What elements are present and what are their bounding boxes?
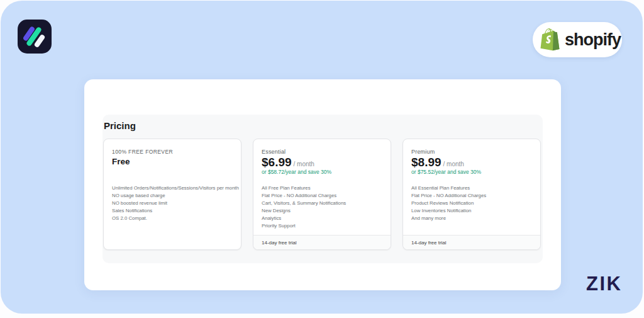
plan-period: / month: [294, 161, 314, 168]
plan-price: $8.99: [411, 156, 441, 169]
plan-price-row: Free: [112, 156, 130, 167]
plan-feature-list: All Free Plan FeaturesFlat Price - NO Ad…: [262, 185, 387, 230]
plan-yearly-note: or $58.72/year and save 30%: [262, 169, 331, 175]
plan-feature: OS 2.0 Compat.: [112, 215, 237, 222]
plan-feature: All Essential Plan Features: [411, 185, 536, 192]
plan-feature: All Free Plan Features: [262, 185, 387, 192]
plan-feature: Flat Price - NO Additional Charges: [262, 192, 387, 200]
plan-card[interactable]: Premium$8.99/ monthor $75.52/year and sa…: [402, 139, 541, 250]
trial-footer[interactable]: 14-day free trial: [403, 235, 540, 249]
plan-card[interactable]: 100% FREE FOREVERFreeUnlimited Orders/No…: [103, 139, 242, 250]
plan-feature-list: All Essential Plan FeaturesFlat Price - …: [411, 185, 536, 222]
plan-label: Premium: [411, 149, 435, 155]
shopify-bag-icon: [540, 28, 560, 52]
plan-feature: And many more: [411, 215, 536, 222]
plan-feature: NO boosted revenue limit: [112, 200, 237, 207]
trial-footer[interactable]: 14-day free trial: [253, 235, 391, 249]
plan-label: Essential: [262, 149, 286, 155]
plan-price-row: $6.99/ month: [262, 156, 314, 169]
shopify-wordmark: shopify: [565, 30, 621, 50]
plan-feature: Cart, Visitors, & Summary Notifications: [262, 200, 387, 207]
plan-feature: Flat Price - NO Additional Charges: [411, 192, 536, 200]
plan-feature: New Designs: [262, 207, 387, 215]
pricing-title: Pricing: [104, 120, 136, 131]
plan-feature: Unlimited Orders/Notifications/Sessions/…: [112, 185, 237, 192]
plan-price-row: $8.99/ month: [411, 156, 464, 169]
zik-wordmark: ZIK: [586, 273, 622, 295]
banner-background: shopify Pricing 100% FREE FOREVERFreeUnl…: [1, 1, 643, 314]
plan-price: $6.99: [262, 156, 292, 169]
plan-feature-list: Unlimited Orders/Notifications/Sessions/…: [112, 185, 237, 222]
plan-feature: Priority Support: [262, 222, 387, 230]
shopify-logo-badge: shopify: [533, 22, 622, 57]
plan-label: 100% FREE FOREVER: [112, 149, 173, 155]
pricing-section: Pricing 100% FREE FOREVERFreeUnlimited O…: [103, 115, 543, 263]
zik-app-logo-icon: [18, 20, 52, 54]
plan-feature: Product Reviews Notification: [411, 200, 536, 207]
plan-yearly-note: or $75.52/year and save 30%: [411, 169, 481, 175]
plan-price: Free: [112, 157, 130, 166]
plan-feature: Analytics: [262, 215, 387, 222]
plan-card[interactable]: Essential$6.99/ monthor $58.72/year and …: [253, 139, 391, 250]
plan-feature: Sales Notifications: [112, 207, 237, 215]
plan-feature: NO usage based charge: [112, 192, 237, 200]
plan-feature: Low Inventories Notification: [411, 207, 536, 215]
content-panel: Pricing 100% FREE FOREVERFreeUnlimited O…: [84, 79, 561, 290]
plan-period: / month: [443, 161, 464, 168]
